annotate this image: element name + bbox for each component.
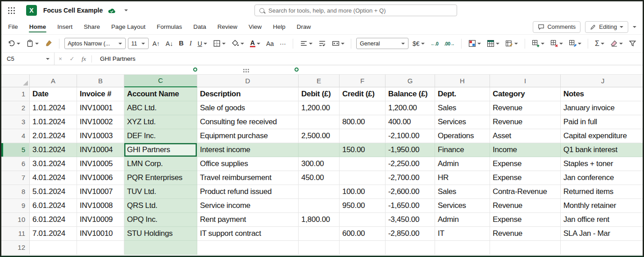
cell-F5[interactable]: 150.00 (340, 143, 385, 157)
selection-handle-right-icon[interactable] (295, 68, 299, 72)
font-size-select[interactable]: 11 (128, 38, 149, 49)
cell-A6[interactable]: 3.01.2024 (30, 157, 77, 171)
cell-A2[interactable]: 1.01.2024 (30, 101, 77, 115)
tab-data[interactable]: Data (193, 20, 207, 34)
shrink-font-button[interactable]: A↓ (164, 39, 175, 48)
editing-mode-button[interactable]: Editing (585, 21, 628, 33)
tab-home[interactable]: Home (29, 20, 47, 34)
cell-F2[interactable] (340, 101, 385, 115)
cell-J11[interactable]: SLA Jan - Mar (561, 227, 643, 241)
row-header-2[interactable]: 2 (1, 101, 30, 115)
cell-C11[interactable]: STU Holdings (124, 227, 197, 241)
cell-E10[interactable]: 1,800.00 (299, 213, 340, 227)
tab-view[interactable]: View (248, 20, 262, 34)
cell-C4[interactable]: DEF Inc. (124, 129, 197, 143)
cell-I8[interactable]: Contra-Revenue (490, 185, 561, 199)
clear-button[interactable] (608, 38, 625, 49)
cell-B12[interactable] (77, 241, 124, 255)
tab-file[interactable]: File (8, 20, 18, 34)
cell-F4[interactable] (340, 129, 385, 143)
column-header-D[interactable]: D (197, 74, 299, 87)
cell-E1[interactable]: Debit (£) (299, 87, 340, 101)
cell-J5[interactable]: Q1 bank interest (561, 143, 643, 157)
autosum-button[interactable]: Σ (593, 39, 606, 49)
cell-E11[interactable] (299, 227, 340, 241)
number-format-select[interactable]: General (356, 38, 408, 49)
confirm-entry-icon[interactable]: ✓ (66, 55, 78, 62)
insert-cells-button[interactable] (530, 38, 546, 49)
app-launcher-icon[interactable] (5, 5, 17, 16)
cell-H5[interactable]: Finance (435, 143, 490, 157)
cell-C10[interactable]: OPQ Inc. (124, 213, 197, 227)
cell-H9[interactable]: Services (435, 199, 490, 213)
wrap-text-button[interactable] (317, 38, 328, 49)
cell-H12[interactable] (435, 241, 490, 255)
cell-A9[interactable]: 6.01.2024 (30, 199, 77, 213)
cell-J3[interactable]: Paid in full (561, 115, 643, 129)
cell-B11[interactable]: INV10010 (77, 227, 124, 241)
cell-D10[interactable]: Rent payment (197, 213, 299, 227)
cell-I11[interactable]: Revenue (490, 227, 561, 241)
cell-A4[interactable]: 2.01.2024 (30, 129, 77, 143)
column-header-F[interactable]: F (340, 74, 385, 87)
tab-help[interactable]: Help (272, 20, 286, 34)
cell-F1[interactable]: Credit (£) (340, 87, 385, 101)
format-painter-button[interactable] (43, 38, 54, 49)
cell-F9[interactable]: 950.00 (340, 199, 385, 213)
underline-button[interactable]: U (196, 39, 209, 48)
cell-J7[interactable]: Jan conference (561, 171, 643, 185)
align-button[interactable] (298, 38, 314, 49)
cell-A5[interactable]: 3.01.2024 (30, 143, 77, 157)
cell-G1[interactable]: Balance (£) (385, 87, 435, 101)
grow-font-button[interactable]: A↑ (151, 39, 162, 48)
tab-insert[interactable]: Insert (57, 20, 73, 34)
cell-B4[interactable]: INV10003 (77, 129, 124, 143)
cell-F6[interactable] (340, 157, 385, 171)
cell-F11[interactable]: 600.00 (340, 227, 385, 241)
cell-A1[interactable]: Date (30, 87, 77, 101)
cell-F3[interactable]: 800.00 (340, 115, 385, 129)
cell-C2[interactable]: ABC Ltd. (124, 101, 197, 115)
cell-E2[interactable]: 1,200.00 (299, 101, 340, 115)
column-header-B[interactable]: B (77, 74, 124, 87)
cell-H6[interactable]: Admin (435, 157, 490, 171)
drag-handle-icon[interactable] (243, 69, 245, 70)
row-header-9[interactable]: 9 (1, 199, 30, 213)
cell-I3[interactable]: Revenue (490, 115, 561, 129)
cell-G4[interactable]: -2,100.00 (385, 129, 435, 143)
cell-H10[interactable]: Admin (435, 213, 490, 227)
document-title[interactable]: Focus Cell Example (43, 7, 103, 14)
cell-A10[interactable]: 6.01.2024 (30, 213, 77, 227)
cell-I4[interactable]: Asset (490, 129, 561, 143)
cell-D8[interactable]: Product refund issued (197, 185, 299, 199)
cell-C1[interactable]: Account Name (124, 87, 197, 101)
excel-icon[interactable]: X (26, 5, 37, 16)
decrease-decimal-button[interactable]: ←.0 (429, 40, 440, 48)
cell-I10[interactable]: Expense (490, 213, 561, 227)
more-font-options-button[interactable]: ··· (278, 39, 288, 48)
cell-D4[interactable]: Equipment purchase (197, 129, 299, 143)
cell-E9[interactable] (299, 199, 340, 213)
cell-H1[interactable]: Dept. (435, 87, 490, 101)
cell-A8[interactable]: 5.01.2024 (30, 185, 77, 199)
conditional-formatting-button[interactable] (467, 38, 483, 49)
cell-J10[interactable]: Jan office rent (561, 213, 643, 227)
select-all-corner[interactable] (1, 74, 30, 87)
cell-B10[interactable]: INV10009 (77, 213, 124, 227)
cell-D3[interactable]: Consulting fee received (197, 115, 299, 129)
cell-G3[interactable]: 400.00 (385, 115, 435, 129)
merge-center-button[interactable] (330, 38, 346, 49)
cell-G12[interactable] (385, 241, 435, 255)
cancel-entry-icon[interactable]: × (54, 55, 66, 62)
format-cells-button[interactable] (567, 38, 583, 49)
currency-format-button[interactable]: $€ (411, 39, 426, 48)
cell-D6[interactable]: Office supplies (197, 157, 299, 171)
cell-G10[interactable]: -3,450.00 (385, 213, 435, 227)
cell-F10[interactable] (340, 213, 385, 227)
row-header-11[interactable]: 11 (1, 227, 30, 241)
column-header-C[interactable]: C (124, 74, 197, 87)
cell-E12[interactable] (299, 241, 340, 255)
tab-draw[interactable]: Draw (296, 20, 312, 34)
cell-B6[interactable]: INV10005 (77, 157, 124, 171)
cell-H4[interactable]: Operations (435, 129, 490, 143)
